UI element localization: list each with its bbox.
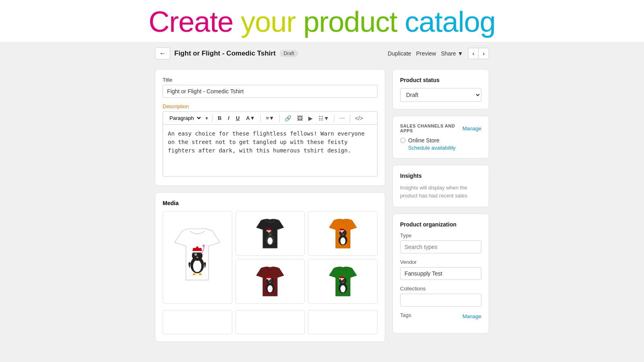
tags-header: Tags Manage	[400, 312, 481, 320]
svg-rect-13	[266, 230, 271, 231]
manage-link[interactable]: Manage	[462, 125, 481, 132]
video-button[interactable]: ▶	[307, 114, 314, 122]
header-word-product: product	[303, 6, 397, 38]
status-select[interactable]: Draft Active	[400, 88, 481, 102]
duplicate-button[interactable]: Duplicate	[388, 50, 411, 57]
back-button[interactable]: ←	[155, 47, 170, 60]
radio-icon	[400, 138, 406, 143]
header-word-catalog: catalog	[405, 6, 495, 38]
description-textarea[interactable]: An easy choice for these flightless fell…	[163, 124, 378, 177]
tags-manage-link[interactable]: Manage	[462, 313, 481, 319]
toolbar-separator-1	[212, 115, 213, 122]
svg-rect-31	[339, 278, 344, 279]
italic-button[interactable]: I	[226, 114, 231, 122]
title-input[interactable]	[163, 85, 378, 98]
svg-point-24	[268, 279, 270, 280]
draft-badge: Draft	[280, 50, 298, 57]
media-thumb-black[interactable]	[235, 211, 305, 256]
description-toolbar: Paragraph ▼ B I U A▼ ≡▼ 🔗 🖼 ▶ ☷▼	[163, 111, 378, 124]
left-column: Title Description Paragraph ▼ B I U A▼ ≡…	[155, 69, 385, 348]
align-button[interactable]: ≡▼	[264, 114, 276, 122]
top-bar-left: ← Fight or Flight - Comedic Tshirt Draft	[155, 47, 298, 60]
share-button[interactable]: Share ▼	[441, 50, 463, 57]
font-color-button[interactable]: A▼	[244, 114, 257, 122]
toolbar-separator-5	[350, 115, 350, 122]
svg-point-17	[340, 237, 345, 245]
svg-point-12	[268, 231, 270, 232]
sales-channels-title: SALES CHANNELS AND APPS	[400, 123, 462, 133]
media-extra-row	[163, 310, 378, 334]
page-title: Fight or Flight - Comedic Tshirt	[174, 49, 276, 58]
media-main-image[interactable]	[163, 211, 232, 304]
media-grid	[163, 211, 378, 307]
collections-input[interactable]	[400, 294, 481, 306]
toolbar-separator-3	[279, 115, 280, 122]
insights-text: Insights will display when the product h…	[400, 184, 481, 200]
title-description-card: Title Description Paragraph ▼ B I U A▼ ≡…	[155, 69, 385, 186]
organization-title: Product organization	[400, 221, 481, 228]
sales-channels-card: SALES CHANNELS AND APPS Manage Online St…	[392, 116, 489, 158]
sales-channels-header: SALES CHANNELS AND APPS Manage	[400, 123, 481, 133]
svg-point-4	[195, 254, 196, 255]
content-area: Title Description Paragraph ▼ B I U A▼ ≡…	[147, 69, 497, 348]
schedule-link[interactable]: Schedule availability	[408, 145, 481, 151]
product-organization-card: Product organization Type Vendor Collect…	[392, 214, 489, 333]
media-thumb-extra-1[interactable]	[163, 310, 232, 334]
media-thumb-maroon[interactable]	[235, 259, 305, 304]
black-tshirt-svg	[252, 214, 288, 254]
insights-card: Insights Insights will display when the …	[392, 165, 489, 207]
svg-point-18	[341, 231, 343, 232]
svg-point-7	[202, 245, 205, 247]
media-thumb-green[interactable]	[308, 259, 378, 304]
code-button[interactable]: </>	[353, 114, 365, 122]
svg-point-30	[341, 279, 343, 280]
chevron-icon: ▼	[204, 116, 209, 121]
orange-tshirt-svg	[325, 214, 361, 254]
online-store-label: Online Store	[408, 137, 440, 144]
tags-label: Tags	[400, 312, 411, 318]
type-label: Type	[400, 232, 481, 239]
header-word-your: your	[241, 6, 295, 38]
svg-point-23	[268, 285, 273, 292]
top-bar-right: Duplicate Preview Share ▼ ‹ ›	[388, 48, 489, 59]
more-button[interactable]: ⋯	[338, 114, 347, 122]
vendor-input[interactable]	[400, 267, 481, 280]
svg-point-6	[196, 247, 199, 249]
description-label: Description	[163, 103, 378, 109]
site-header: Create your product catalog	[0, 0, 644, 42]
vendor-label: Vendor	[400, 259, 481, 265]
paragraph-select[interactable]: Paragraph	[166, 114, 202, 122]
toolbar-separator-2	[260, 115, 261, 122]
green-tshirt-svg	[325, 261, 361, 302]
media-thumb-extra-2[interactable]	[235, 310, 305, 334]
bold-button[interactable]: B	[216, 114, 223, 122]
media-thumb-orange[interactable]	[308, 211, 378, 256]
underline-button[interactable]: U	[234, 114, 242, 122]
table-button[interactable]: ☷▼	[317, 114, 331, 122]
prev-button[interactable]: ‹	[469, 48, 479, 59]
media-thumb-extra-3[interactable]	[308, 310, 378, 334]
media-card: Media	[155, 192, 385, 342]
type-input[interactable]	[400, 241, 481, 253]
tags-field: Tags Manage	[400, 312, 481, 320]
toolbar-separator-4	[334, 115, 334, 122]
svg-rect-25	[266, 278, 271, 279]
image-button[interactable]: 🖼	[295, 114, 304, 122]
svg-point-29	[340, 285, 345, 292]
product-status-title: Product status	[400, 77, 481, 83]
svg-point-11	[268, 237, 273, 245]
preview-button[interactable]: Preview	[416, 50, 436, 57]
white-tshirt-svg	[167, 219, 227, 296]
maroon-tshirt-svg	[252, 261, 288, 302]
header-word-create: Create	[149, 6, 233, 38]
svg-point-1	[193, 260, 202, 272]
right-column: Product status Draft Active SALES CHANNE…	[392, 69, 489, 348]
svg-rect-5	[192, 251, 202, 253]
link-button[interactable]: 🔗	[283, 114, 293, 122]
product-status-card: Product status Draft Active	[392, 69, 489, 109]
insights-title: Insights	[400, 173, 481, 179]
next-button[interactable]: ›	[479, 48, 489, 59]
media-title: Media	[163, 200, 378, 206]
nav-arrows: ‹ ›	[468, 48, 489, 59]
page-header: ← Fight or Flight - Comedic Tshirt Draft…	[147, 42, 497, 69]
